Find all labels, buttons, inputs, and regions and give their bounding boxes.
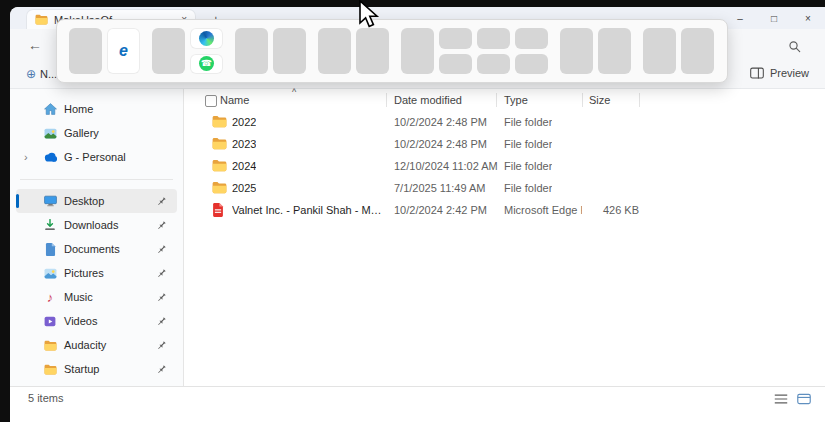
column-divider[interactable] — [639, 93, 640, 107]
file-row[interactable]: 2022 10/2/2024 2:48 PM File folder — [184, 111, 825, 133]
new-button-label: N... — [40, 68, 57, 80]
maximize-button[interactable]: □ — [757, 7, 791, 29]
column-divider[interactable] — [582, 93, 583, 107]
file-date: 12/10/2024 11:02 AM — [394, 160, 498, 172]
navigation-sidebar: Home Gallery › G - Personal Desktop Down… — [10, 89, 183, 386]
whatsapp-icon[interactable]: ☎ — [190, 54, 223, 75]
flyout-tile[interactable] — [273, 28, 306, 74]
sidebar-item-label: Pictures — [64, 267, 104, 279]
file-date: 7/1/2025 11:49 AM — [394, 182, 486, 194]
pin-icon — [157, 268, 167, 280]
flyout-group: e — [69, 28, 140, 74]
flyout-tile[interactable] — [598, 28, 631, 74]
flyout-group — [318, 28, 389, 74]
sidebar-item-pictures[interactable]: Pictures — [16, 261, 177, 285]
sidebar-item-label: Startup — [64, 363, 99, 375]
file-row[interactable]: 2023 10/2/2024 2:48 PM File folder — [184, 133, 825, 155]
column-header-name[interactable]: Name — [220, 94, 249, 106]
flyout-tile[interactable] — [515, 28, 548, 49]
pin-icon — [157, 244, 167, 256]
column-header-size[interactable]: Size — [589, 94, 610, 106]
file-name: 2023 — [232, 138, 256, 150]
sidebar-item-desktop[interactable]: Desktop — [16, 189, 177, 213]
file-name: Valnet Inc. - Pankil Shah - Master Freel… — [232, 204, 382, 216]
sidebar-item-videos[interactable]: Videos — [16, 309, 177, 333]
sidebar-item-audacity[interactable]: Audacity — [16, 333, 177, 357]
music-note-icon: ♪ — [42, 291, 58, 304]
flyout-tile[interactable] — [681, 28, 714, 74]
edge-legacy-icon[interactable]: e — [107, 28, 140, 74]
details-view-icon[interactable] — [774, 391, 788, 409]
toolbar-flyout-panel: e ☎ — [56, 19, 728, 83]
sort-ascending-icon: ^ — [292, 87, 296, 97]
column-header-type[interactable]: Type — [504, 94, 528, 106]
flyout-tile[interactable] — [69, 28, 102, 74]
sidebar-item-gallery[interactable]: Gallery — [16, 121, 177, 145]
file-type: File folder — [504, 182, 552, 194]
flyout-tile[interactable] — [152, 28, 185, 74]
pin-icon — [157, 220, 167, 232]
sidebar-divider — [20, 179, 173, 180]
flyout-tile[interactable] — [477, 28, 510, 49]
desktop-icon — [42, 195, 58, 207]
flyout-tile[interactable] — [235, 28, 268, 74]
pin-icon — [157, 364, 167, 376]
videos-icon — [42, 316, 58, 327]
folder-icon — [212, 159, 227, 174]
pin-icon — [157, 340, 167, 352]
file-row[interactable]: 2025 7/1/2025 11:49 AM File folder — [184, 177, 825, 199]
file-list: ^ Name Date modified Type Size 2022 10/2… — [183, 89, 825, 386]
back-button[interactable]: ← — [28, 37, 42, 53]
home-icon — [42, 103, 58, 115]
edge-chromium-icon[interactable] — [190, 28, 223, 49]
file-row[interactable]: Valnet Inc. - Pankil Shah - Master Freel… — [184, 199, 825, 221]
close-button[interactable]: × — [791, 7, 825, 29]
minimize-button[interactable]: – — [723, 7, 757, 29]
plus-circle-icon: ⊕ — [26, 67, 36, 81]
column-divider[interactable] — [386, 93, 387, 107]
sidebar-item-label: Desktop — [64, 195, 104, 207]
sidebar-item-label: Music — [64, 291, 93, 303]
flyout-group — [560, 28, 631, 74]
preview-label: Preview — [770, 67, 809, 79]
sidebar-item-home[interactable]: Home — [16, 97, 177, 121]
flyout-tile[interactable] — [560, 28, 593, 74]
file-date: 10/2/2024 2:42 PM — [394, 204, 487, 216]
file-row[interactable]: 2024 12/10/2024 11:02 AM File folder — [184, 155, 825, 177]
flyout-tile[interactable] — [439, 28, 472, 49]
file-explorer-window: MakeUseOf × + – □ × ← ⊕ N... Preview e — [10, 7, 825, 422]
flyout-tile[interactable] — [643, 28, 676, 74]
file-name: 2022 — [232, 116, 256, 128]
column-header-date-modified[interactable]: Date modified — [394, 94, 462, 106]
search-icon[interactable] — [788, 39, 801, 57]
select-all-checkbox[interactable] — [205, 95, 217, 107]
sidebar-item-label: Gallery — [64, 127, 99, 139]
sidebar-item-music[interactable]: ♪ Music — [16, 285, 177, 309]
flyout-tile[interactable] — [318, 28, 351, 74]
flyout-tile[interactable] — [356, 28, 389, 74]
preview-toggle[interactable]: Preview — [750, 67, 809, 79]
preview-pane-icon — [750, 67, 764, 79]
sidebar-item-onedrive-personal[interactable]: › G - Personal — [16, 145, 177, 169]
sidebar-item-downloads[interactable]: Downloads — [16, 213, 177, 237]
flyout-group — [235, 28, 306, 74]
chevron-right-icon[interactable]: › — [24, 151, 28, 163]
file-type: File folder — [504, 116, 552, 128]
pin-icon — [157, 292, 167, 304]
sidebar-item-label: G - Personal — [64, 151, 126, 163]
large-icons-view-icon[interactable] — [797, 391, 811, 409]
status-bar: 5 items — [10, 386, 825, 422]
sidebar-item-documents[interactable]: Documents — [16, 237, 177, 261]
pdf-file-icon — [212, 203, 224, 219]
flyout-tile[interactable] — [515, 54, 548, 75]
file-name: 2025 — [232, 182, 256, 194]
column-divider[interactable] — [496, 93, 497, 107]
pin-icon — [157, 196, 167, 208]
sidebar-item-startup[interactable]: Startup — [16, 357, 177, 381]
flyout-tile[interactable] — [439, 54, 472, 75]
flyout-group — [643, 28, 714, 74]
flyout-tile[interactable] — [401, 28, 434, 74]
sidebar-item-label: Documents — [64, 243, 120, 255]
flyout-tile[interactable] — [477, 54, 510, 75]
new-button[interactable]: ⊕ N... — [26, 67, 57, 81]
